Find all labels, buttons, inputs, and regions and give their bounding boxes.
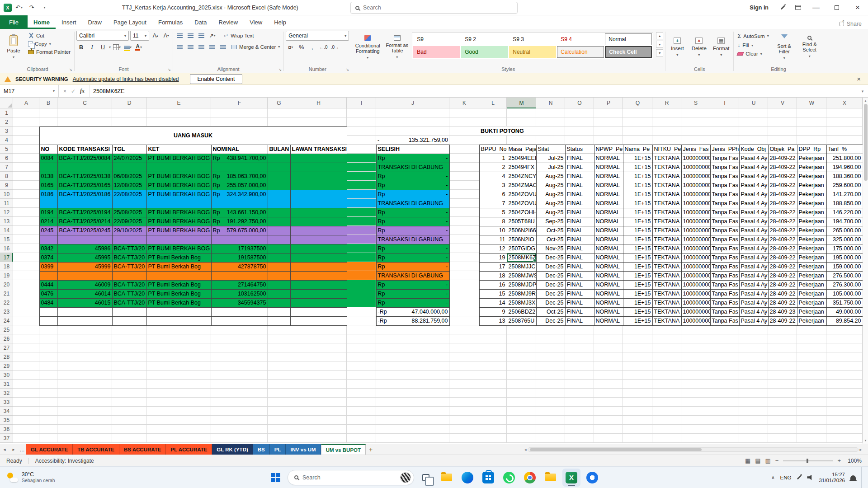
cell-X1[interactable] — [826, 108, 863, 117]
cell-F21[interactable]: 103162500 — [211, 289, 268, 298]
cell-R13[interactable]: TEKTANA — [652, 217, 681, 226]
cell-M31[interactable] — [507, 380, 536, 389]
cell-L16[interactable]: 12 — [479, 244, 507, 253]
cell-M28[interactable] — [507, 352, 536, 361]
zoom-slider[interactable] — [783, 460, 833, 461]
decrease-font-size-button[interactable]: A▾ — [161, 31, 171, 41]
cell-R33[interactable] — [652, 398, 681, 407]
cell-X18[interactable]: 159.000.00 — [826, 262, 863, 271]
cell-K3[interactable] — [449, 127, 479, 136]
cell-H7[interactable] — [290, 163, 347, 172]
cell-O21[interactable]: FINAL — [565, 289, 594, 298]
format-cells-button[interactable]: ▦ Format▾ — [711, 31, 731, 63]
cell-D21[interactable]: BCA-TTJ/20 — [112, 289, 146, 298]
cell-G9[interactable] — [268, 181, 290, 190]
cell-V9[interactable]: 28-409-22 — [768, 181, 797, 190]
cell-P14[interactable]: NORMAL — [594, 226, 623, 235]
cell-K5[interactable] — [449, 145, 479, 154]
cell-D8[interactable]: 06/08/2025 — [112, 172, 146, 181]
cell-C28[interactable] — [57, 352, 112, 361]
cell-U4[interactable] — [739, 136, 768, 145]
cell-E10[interactable]: PT BUMI BERKAH BOG — [146, 190, 211, 199]
zoom-level[interactable]: 100% — [845, 458, 862, 464]
cell-I32[interactable] — [347, 389, 376, 398]
cell-U9[interactable]: Pasal 4 Ay — [739, 181, 768, 190]
cell-L31[interactable] — [479, 380, 507, 389]
cell-M8[interactable]: 2504ZNCY — [507, 172, 536, 181]
cell-R22[interactable]: TEKTANA — [652, 298, 681, 307]
ribbon-tab-home[interactable]: Home — [28, 15, 56, 29]
vertical-scroll-thumb[interactable] — [864, 104, 868, 181]
cell-O17[interactable]: FINAL — [565, 253, 594, 262]
cell-Q15[interactable]: 1E+15 — [623, 235, 652, 244]
cell-O19[interactable]: FINAL — [565, 271, 594, 280]
cell-N26[interactable] — [536, 334, 565, 343]
cell-I33[interactable] — [347, 398, 376, 407]
cell-R25[interactable] — [652, 325, 681, 334]
row-header-14[interactable]: 14 — [0, 226, 13, 235]
cell-C22[interactable]: 46015 — [57, 298, 112, 307]
cell-T23[interactable]: Tanpa Fas — [710, 307, 739, 316]
cell-A5[interactable] — [13, 145, 39, 154]
cell-D19[interactable] — [112, 271, 146, 280]
cell-X13[interactable]: 194.700.00 — [826, 217, 863, 226]
cell-S8[interactable]: 100000000 — [681, 172, 710, 181]
cell-T6[interactable]: Tanpa Fas — [710, 154, 739, 163]
cell-Q3[interactable] — [623, 127, 652, 136]
cell-F26[interactable] — [211, 334, 268, 343]
row-header-35[interactable]: 35 — [0, 416, 13, 425]
cell-U32[interactable] — [739, 389, 768, 398]
column-header-O[interactable]: O — [565, 98, 594, 108]
cell-E32[interactable] — [146, 389, 211, 398]
cell-K21[interactable] — [449, 289, 479, 298]
cell-S26[interactable] — [681, 334, 710, 343]
cell-A33[interactable] — [13, 398, 39, 407]
cell-A18[interactable] — [13, 262, 39, 271]
cell-B13[interactable]: 0214 — [39, 217, 57, 226]
cell-V17[interactable]: 28-409-22 — [768, 253, 797, 262]
taskbar-app-file-explorer[interactable] — [438, 469, 456, 487]
cell-U23[interactable]: Pasal 4 Ay — [739, 307, 768, 316]
new-sheet-button[interactable]: + — [366, 444, 376, 455]
cell-style-s9[interactable]: S9 — [413, 33, 460, 45]
cell-D34[interactable] — [112, 407, 146, 416]
cell-C31[interactable] — [57, 380, 112, 389]
cell-J37[interactable] — [376, 434, 449, 443]
cell-I28[interactable] — [347, 352, 376, 361]
cell-X29[interactable] — [826, 361, 863, 371]
cell-E2[interactable] — [146, 117, 211, 127]
column-header-H[interactable]: H — [290, 98, 347, 108]
cell-T14[interactable]: Tanpa Fas — [710, 226, 739, 235]
cell-F24[interactable] — [211, 316, 268, 325]
formula-input[interactable]: 2508MK6ZE — [90, 85, 857, 97]
cell-O33[interactable] — [565, 398, 594, 407]
cell-W28[interactable] — [797, 352, 826, 361]
cell-K14[interactable] — [449, 226, 479, 235]
cell-A3[interactable] — [13, 127, 39, 136]
sheet-tab-bs-accurate[interactable]: BS ACCURATE — [119, 444, 166, 455]
row-header-4[interactable]: 4 — [0, 136, 13, 145]
cell-L17[interactable]: 19 — [479, 253, 507, 262]
cell-D16[interactable]: BCA-TTJ/20 — [112, 244, 146, 253]
formula-cancel-icon[interactable]: × — [63, 88, 66, 94]
sheet-tab-tb-accurate[interactable]: TB ACCURATE — [73, 444, 119, 455]
cell-G25[interactable] — [268, 325, 290, 334]
cell-T34[interactable] — [710, 407, 739, 416]
sheet-tab-pl-accurate[interactable]: PL ACCURATE — [166, 444, 212, 455]
cell-F5[interactable]: NOMINAL — [211, 145, 268, 154]
cell-R15[interactable]: TEKTANA — [652, 235, 681, 244]
cell-G2[interactable] — [268, 117, 290, 127]
cell-L10[interactable]: 6 — [479, 190, 507, 199]
cell-T32[interactable] — [710, 389, 739, 398]
cell-X37[interactable] — [826, 434, 863, 443]
sheet-tabs-overflow[interactable]: … — [18, 444, 26, 455]
cell-C34[interactable] — [57, 407, 112, 416]
format-painter-button[interactable]: Format Painter — [26, 48, 72, 56]
share-button[interactable]: Share — [840, 21, 862, 27]
cell-E37[interactable] — [146, 434, 211, 443]
cell-S13[interactable]: 100000000 — [681, 217, 710, 226]
volume-icon[interactable] — [807, 475, 813, 480]
cell-X36[interactable] — [826, 425, 863, 434]
cell-S27[interactable] — [681, 343, 710, 352]
cell-Q7[interactable]: 1E+15 — [623, 163, 652, 172]
